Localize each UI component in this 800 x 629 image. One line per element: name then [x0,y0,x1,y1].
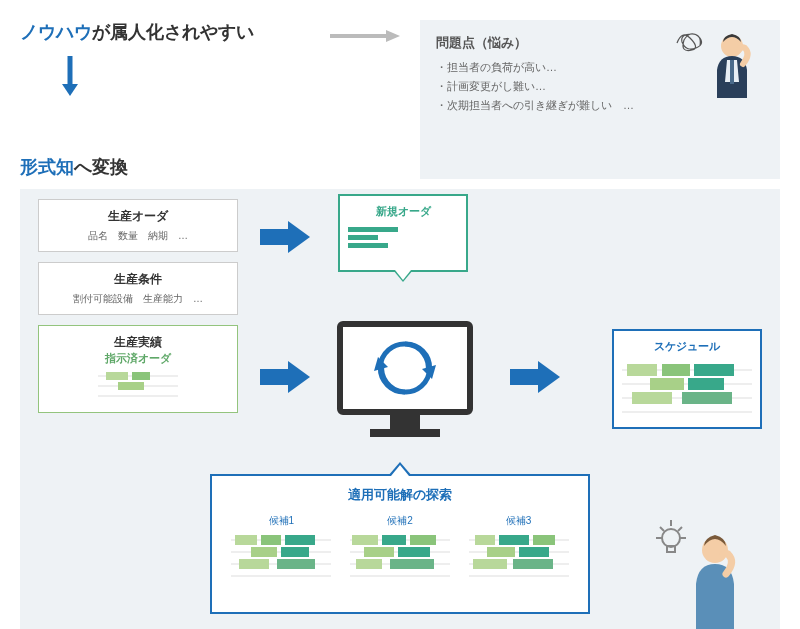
svg-rect-33 [682,392,732,404]
box-sub-green: 指示済オーダ [49,351,227,366]
box-sub: 品名 数量 納期 … [49,229,227,243]
svg-rect-54 [356,559,382,569]
svg-rect-66 [513,559,553,569]
schedule-title: スケジュール [622,339,752,354]
headline-formalize: 形式知へ変換 [20,155,300,179]
candidate-label: 候補1 [231,514,331,528]
candidate-gantt-icon [231,534,331,582]
svg-marker-3 [386,30,400,42]
arrow-down-icon [60,56,300,100]
candidate-gantt-icon [469,534,569,582]
svg-rect-9 [106,372,128,380]
svg-rect-30 [650,378,684,390]
svg-rect-19 [390,415,420,429]
arrow-right-icon [510,359,560,399]
svg-rect-68 [667,546,675,552]
headline2-rest-text: へ変換 [74,157,128,177]
svg-rect-63 [487,547,515,557]
main-diagram: 生産オーダ 品名 数量 納期 … 生産条件 割付可能設備 生産能力 … 生産実績… [20,189,780,629]
svg-rect-52 [364,547,394,557]
svg-rect-14 [260,369,288,385]
headline2-blue-text: 形式知 [20,157,74,177]
svg-rect-53 [398,547,430,557]
svg-rect-64 [519,547,549,557]
svg-rect-55 [390,559,434,569]
headline-rest-text: が属人化されやすい [92,22,254,42]
production-order-box: 生産オーダ 品名 数量 納期 … [38,199,238,252]
schedule-gantt-icon [622,362,752,417]
arrow-right-icon [260,219,310,259]
production-result-box: 生産実績 指示済オーダ [38,325,238,413]
candidate-2: 候補2 [350,514,450,586]
svg-marker-13 [288,221,310,253]
svg-rect-62 [533,535,555,545]
svg-point-67 [662,529,680,547]
svg-rect-29 [694,364,734,376]
svg-rect-40 [285,535,315,545]
svg-rect-27 [627,364,657,376]
svg-rect-10 [132,372,150,380]
svg-rect-31 [688,378,724,390]
svg-rect-5 [730,60,734,84]
svg-rect-32 [632,392,672,404]
svg-rect-16 [510,369,538,385]
svg-rect-41 [251,547,277,557]
candidate-label: 候補2 [350,514,450,528]
svg-rect-18 [340,324,470,412]
svg-rect-44 [277,559,315,569]
svg-rect-51 [410,535,436,545]
svg-rect-50 [382,535,406,545]
thinking-person-icon [680,530,750,629]
new-order-title: 新規オーダ [348,204,458,219]
svg-rect-38 [235,535,257,545]
candidate-3: 候補3 [469,514,569,586]
svg-rect-49 [352,535,378,545]
candidate-label: 候補3 [469,514,569,528]
arrow-right-gray-icon [330,28,400,179]
box-title: 生産オーダ [49,208,227,225]
svg-line-72 [660,527,664,531]
search-solutions-box: 適用可能解の探索 候補1 候補2 [210,474,590,614]
candidate-gantt-icon [350,534,450,582]
svg-marker-17 [538,361,560,393]
svg-rect-11 [118,382,144,390]
svg-rect-12 [260,229,288,245]
svg-rect-20 [370,429,440,437]
svg-rect-60 [475,535,495,545]
new-order-box: 新規オーダ [338,194,468,272]
svg-rect-39 [261,535,281,545]
candidate-1: 候補1 [231,514,331,586]
search-title: 適用可能解の探索 [222,486,578,504]
box-sub: 割付可能設備 生産能力 … [49,292,227,306]
monitor-icon [330,319,480,453]
box-title: 生産実績 [49,334,227,351]
production-condition-box: 生産条件 割付可能設備 生産能力 … [38,262,238,315]
svg-rect-43 [239,559,269,569]
svg-marker-1 [62,84,78,96]
svg-rect-42 [281,547,309,557]
arrow-right-icon [260,359,310,399]
headline-knowhow: ノウハウが属人化されやすい [20,20,300,44]
box-title: 生産条件 [49,271,227,288]
schedule-box: スケジュール [612,329,762,429]
problem-box: 問題点（悩み） ・担当者の負荷が高い… ・計画変更がし難い… ・次期担当者への引… [420,20,780,179]
svg-rect-65 [473,559,507,569]
svg-rect-61 [499,535,529,545]
svg-rect-28 [662,364,690,376]
svg-marker-15 [288,361,310,393]
new-order-bars-icon [348,227,458,248]
headline-blue-text: ノウハウ [20,22,92,42]
worried-person-icon [705,30,760,114]
mini-gantt-icon [98,370,178,404]
